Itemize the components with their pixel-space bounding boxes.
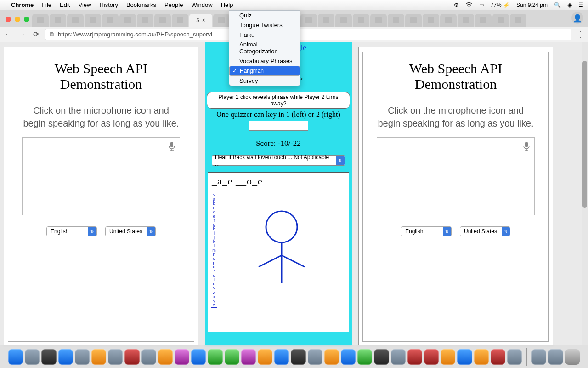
tab-active[interactable]: S × [189, 14, 212, 27]
menu-history[interactable]: History [99, 1, 118, 8]
notification-center-icon[interactable]: ☰ [578, 2, 583, 8]
dock-app-icon[interactable] [241, 349, 256, 365]
tab[interactable] [335, 14, 352, 27]
dock-app-icon[interactable] [158, 349, 173, 365]
menu-view[interactable]: View [78, 1, 91, 8]
menu-bookmarks[interactable]: Bookmarks [126, 1, 156, 8]
forward-button[interactable]: → [17, 30, 27, 39]
language-select[interactable]: English ⇅ [401, 226, 452, 236]
zoom-window[interactable] [24, 17, 29, 22]
clock[interactable]: Sun 9:24 pm [516, 2, 548, 8]
tab[interactable] [510, 14, 526, 27]
dock-app-icon[interactable] [75, 349, 90, 365]
dock-app-icon[interactable] [108, 349, 123, 365]
tab[interactable] [353, 14, 369, 27]
airplay-icon[interactable]: ▭ [479, 2, 484, 8]
dock-app-icon[interactable] [124, 349, 139, 365]
tab-close-icon[interactable]: × [202, 17, 205, 23]
dock-app-icon[interactable] [208, 349, 222, 365]
microphone-icon[interactable] [168, 141, 176, 154]
region-select[interactable]: United States ⇅ [105, 226, 156, 236]
tab[interactable] [137, 14, 153, 27]
dock-app-icon[interactable] [41, 349, 56, 365]
tab[interactable] [154, 14, 171, 27]
menu-people[interactable]: People [164, 1, 183, 8]
menu-app[interactable]: Chrome [11, 1, 34, 8]
region-select[interactable]: United States ⇅ [460, 226, 510, 236]
dock-app-icon[interactable] [341, 349, 356, 365]
tab[interactable] [318, 14, 334, 27]
dock-app-icon[interactable] [407, 349, 422, 365]
letter-option[interactable]: z [213, 303, 215, 307]
tab[interactable] [67, 14, 84, 27]
menu-file[interactable]: File [42, 1, 51, 8]
tab[interactable] [423, 14, 439, 27]
dock-app-icon[interactable] [175, 349, 189, 365]
dropdown-option[interactable]: Quiz [229, 11, 300, 20]
tab[interactable] [300, 14, 317, 27]
siri-icon[interactable]: ◉ [567, 2, 572, 8]
dock-app-icon[interactable] [548, 349, 563, 365]
scroll-thumb[interactable] [582, 61, 587, 208]
dock-app-icon[interactable] [474, 349, 489, 365]
dock-app-icon[interactable] [258, 349, 272, 365]
speech-output[interactable] [377, 137, 535, 215]
dock-app-icon[interactable] [507, 349, 522, 365]
dock-app-icon[interactable] [357, 349, 372, 365]
minimize-window[interactable] [15, 17, 20, 22]
tab[interactable] [213, 14, 230, 27]
bluetooth-icon[interactable]: ⚙ [454, 2, 459, 8]
microphone-icon[interactable] [522, 141, 531, 154]
dock-app-icon[interactable] [531, 349, 546, 365]
dock-app-icon[interactable] [141, 349, 156, 365]
dropdown-option[interactable]: Animal Categorization [229, 40, 300, 56]
dropdown-option[interactable]: Vocabulary Phrases [229, 56, 300, 66]
dropdown-option[interactable]: Survey [229, 76, 300, 86]
tab[interactable] [119, 14, 136, 27]
quizzer-input[interactable] [249, 121, 308, 131]
reload-button[interactable]: ⟳ [31, 30, 40, 39]
dock-app-icon[interactable] [58, 349, 73, 365]
dock-app-icon[interactable] [324, 349, 339, 365]
dock-app-icon[interactable] [274, 349, 289, 365]
dock-app-icon[interactable] [25, 349, 40, 365]
tab[interactable] [492, 14, 509, 27]
game-mode-dropdown[interactable]: QuizTongue TwistersHaikuAnimal Categoriz… [229, 10, 300, 86]
dock-app-icon[interactable] [374, 349, 389, 365]
profile-avatar[interactable]: 👤 [571, 12, 583, 24]
dock-app-icon[interactable] [91, 349, 106, 365]
tab[interactable] [440, 14, 457, 27]
page-info-icon[interactable]: 🗎 [49, 31, 55, 38]
hear-back-select[interactable]: Hear it Back via Hover/Touch ... Not App… [212, 155, 345, 166]
tab[interactable] [458, 14, 474, 27]
dropdown-option[interactable]: Haiku [229, 30, 300, 40]
wifi-icon[interactable] [465, 2, 473, 8]
dock-app-icon[interactable] [291, 349, 305, 365]
tab[interactable] [102, 14, 119, 27]
trash-icon[interactable] [565, 349, 580, 365]
dock-app-icon[interactable] [424, 349, 439, 365]
tab[interactable] [50, 14, 66, 27]
tab[interactable] [172, 14, 188, 27]
address-bar[interactable]: 🗎 https://www.rjmprogramming.com.au/PHP/… [45, 29, 571, 40]
tab[interactable] [475, 14, 492, 27]
reveal-phrase-button[interactable]: Player 1 click reveals phrase while Play… [207, 92, 350, 109]
dock-app-icon[interactable] [441, 349, 455, 365]
tab[interactable] [405, 14, 422, 27]
menu-help[interactable]: Help [221, 1, 233, 8]
tab[interactable] [388, 14, 404, 27]
vertical-scrollbar[interactable] [582, 42, 588, 345]
dock-app-icon[interactable] [191, 349, 206, 365]
dock-app-icon[interactable] [391, 349, 406, 365]
dock-app-icon[interactable] [457, 349, 472, 365]
tab[interactable] [370, 14, 387, 27]
dropdown-option[interactable]: Tongue Twisters [229, 20, 300, 30]
spotlight-icon[interactable]: 🔍 [554, 2, 561, 8]
dock-app-icon[interactable] [491, 349, 505, 365]
tab[interactable] [85, 14, 101, 27]
chrome-menu-icon[interactable]: ⋮ [576, 29, 584, 40]
back-button[interactable]: ← [4, 30, 13, 39]
menu-window[interactable]: Window [191, 1, 212, 8]
letter-picker[interactable]: ?abcdefghijklmnopqrstuvwxyz [211, 193, 217, 308]
dock-app-icon[interactable] [308, 349, 322, 365]
